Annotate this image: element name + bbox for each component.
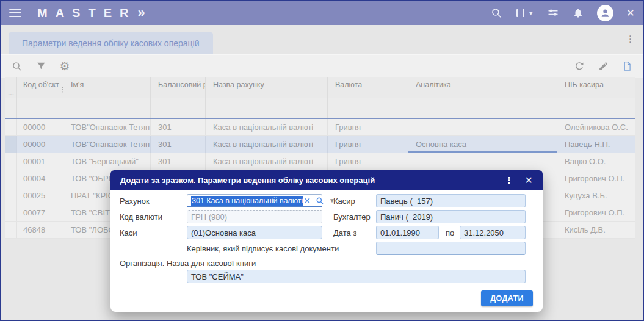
add-by-sample-dialog: Додати за зразком. Параметри ведення обл… — [110, 170, 543, 312]
cash-desk-field[interactable]: (01)Основна каса — [187, 226, 322, 239]
currency-code-label: Код валюти — [120, 212, 162, 222]
accountant-field[interactable]: Панич ( 2019) — [376, 210, 526, 223]
pause-icon[interactable]: ▼ — [516, 9, 534, 17]
cash-desk-label: Каси — [120, 228, 137, 237]
filter-cell[interactable] — [557, 98, 635, 118]
dialog-title: Додати за зразком. Параметри ведення обл… — [120, 176, 375, 185]
close-icon[interactable]: ✕ — [626, 8, 635, 18]
refresh-icon[interactable] — [573, 60, 586, 73]
new-document-icon[interactable] — [620, 60, 634, 73]
cashier-label: Касир — [333, 197, 355, 206]
manager-field[interactable] — [376, 242, 526, 255]
topbar-actions: ▼ ✕ — [491, 5, 643, 21]
search-icon[interactable] — [491, 7, 503, 19]
filter-icon[interactable] — [34, 60, 48, 73]
header-code[interactable]: Код об'єкт — [17, 77, 63, 98]
dialog-close-icon[interactable]: ✕ — [525, 176, 533, 186]
clear-icon[interactable]: ✕ — [303, 197, 311, 205]
app-window: MASTER » ▼ ✕ Параметри ведення обліку ка… — [0, 0, 644, 321]
filter-cell[interactable] — [5, 98, 17, 118]
date-from-label: Дата з — [333, 228, 356, 237]
menu-icon[interactable] — [9, 6, 21, 20]
header-account-name[interactable]: Назва рахунку — [206, 77, 328, 98]
filter-cell[interactable] — [63, 98, 151, 118]
date-from-field[interactable]: 01.01.1990 — [376, 226, 439, 239]
organization-label: Організація. Назва для касової книги — [120, 259, 256, 268]
dialog-titlebar[interactable]: Додати за зразком. Параметри ведення обл… — [110, 170, 543, 190]
cashier-field[interactable]: Павець ( 157) — [376, 194, 526, 207]
header-name[interactable]: Ім'я — [63, 77, 151, 98]
table-row[interactable]: 00001 ТОВ "Бернацький" 301 Каса в націон… — [5, 153, 635, 170]
header-currency[interactable]: Валюта — [328, 77, 408, 98]
header-balance-account[interactable]: Балансовий рахунок — [151, 77, 206, 98]
manager-label: Керівник, який підписує касові документи — [187, 244, 339, 253]
filter-cell[interactable] — [328, 98, 408, 118]
date-to-label: по — [446, 228, 454, 237]
table-filter-row — [5, 98, 635, 119]
settings-icon[interactable]: ⚙ — [58, 60, 71, 73]
table-header-row: ... Код об'єкт Ім'я Балансовий рахунок Н… — [5, 77, 635, 98]
account-label: Рахунок — [120, 197, 150, 206]
date-to-field[interactable]: 31.12.2050 — [460, 226, 526, 239]
tab-cash-operation-params[interactable]: Параметри ведення обліку касових операці… — [9, 32, 213, 54]
dialog-body: Рахунок 301 Каса в національній валюті ✕… — [110, 190, 543, 312]
filter-cell[interactable] — [206, 98, 328, 118]
account-field[interactable]: 301 Каса в національній валюті ✕ ▼ — [187, 194, 322, 207]
pause-dropdown-icon[interactable]: ▼ — [528, 10, 534, 16]
avatar-icon[interactable] — [597, 5, 613, 21]
tabstrip-kebab-icon[interactable]: ⋮ — [626, 34, 635, 45]
edit-icon[interactable] — [596, 60, 610, 73]
accountant-label: Бухгалтер — [333, 212, 371, 222]
logo-chevrons-icon: » — [137, 5, 146, 21]
add-button[interactable]: ДОДАТИ — [481, 290, 533, 306]
header-cashier-name[interactable]: ПІБ касира — [557, 77, 635, 98]
currency-code-field: ГРН (980) — [187, 210, 322, 223]
tab-strip: Параметри ведення обліку касових операці… — [1, 25, 643, 55]
organization-field[interactable]: ТОВ "СЕЙМА" — [187, 270, 526, 283]
filter-cell[interactable] — [17, 98, 63, 118]
lookup-icon[interactable] — [316, 197, 324, 205]
app-logo: MASTER — [37, 6, 136, 20]
header-analytics[interactable]: Аналітика — [408, 77, 557, 98]
grid-toolbar: ⚙ — [1, 55, 643, 78]
filter-cell[interactable] — [151, 98, 206, 118]
table-row-selected[interactable]: 00000 ТОВ"Опанасюк Тетяна" 301 Каса в на… — [5, 136, 635, 153]
bell-icon[interactable] — [572, 7, 584, 19]
dialog-kebab-icon[interactable]: ⋮ — [494, 175, 525, 186]
grid-search-icon[interactable] — [10, 60, 24, 73]
selected-cell[interactable]: Основна каса — [408, 136, 557, 153]
tune-icon[interactable] — [547, 7, 559, 19]
grid-toolbar-right — [562, 60, 634, 73]
table-row[interactable]: 00000 ТОВ"Опанасюк Тетяна" 301 Каса в на… — [5, 119, 635, 136]
filter-cell[interactable] — [408, 98, 557, 118]
account-value: 301 Каса в національній валюті — [191, 196, 303, 206]
header-more[interactable]: ... — [5, 77, 17, 98]
top-bar: MASTER » ▼ ✕ — [1, 1, 643, 25]
